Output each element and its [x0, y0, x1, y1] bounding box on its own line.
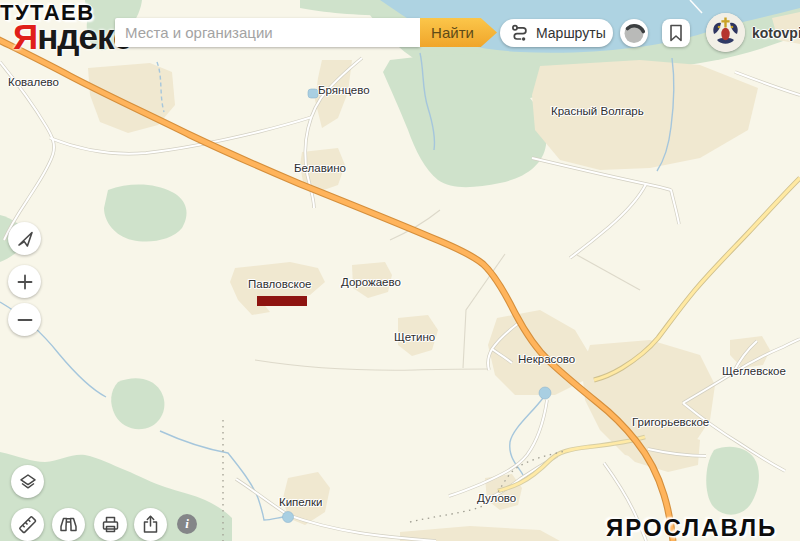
- share-icon: [140, 514, 161, 535]
- user-account-chip[interactable]: kotovpist: [706, 13, 800, 52]
- panorama-button[interactable]: [620, 19, 648, 47]
- zoom-in-icon: [16, 273, 34, 291]
- routes-button[interactable]: Маршруты: [500, 19, 613, 47]
- search-box: [115, 18, 420, 47]
- panorama-icon: [622, 21, 646, 45]
- place-label-shcheglevskoye: Щеглевское: [722, 365, 786, 377]
- routes-label: Маршруты: [536, 25, 606, 41]
- map-canvas[interactable]: [0, 0, 800, 541]
- yandex-maps-app: Ковалево Брянцево Красный Волгарь Белави…: [0, 0, 800, 541]
- share-button[interactable]: [134, 508, 167, 541]
- geolocation-icon: [15, 229, 35, 249]
- place-label-kipelki: Кипелки: [279, 496, 323, 508]
- print-button[interactable]: [94, 508, 127, 541]
- place-label-dorozhayevo: Дорожаево: [341, 276, 401, 288]
- place-label-pavlovskoye: Павловское: [248, 278, 311, 290]
- info-icon: i: [185, 516, 189, 532]
- routes-icon: [510, 23, 530, 43]
- place-label-krasny-volgar: Красный Волгарь: [551, 105, 644, 117]
- layers-button[interactable]: [11, 465, 44, 498]
- yandex-logo-ya: Я: [13, 17, 37, 56]
- place-label-shchetino: Щетино: [394, 331, 435, 343]
- info-button[interactable]: i: [177, 514, 197, 534]
- avatar: [706, 13, 745, 52]
- layers-icon: [18, 472, 38, 492]
- binoculars-button[interactable]: [52, 508, 85, 541]
- geolocation-button[interactable]: [8, 222, 41, 255]
- place-label-bryantsevo: Брянцево: [318, 84, 370, 96]
- city-label-yaroslavl: ЯРОСЛАВЛЬ: [606, 514, 777, 541]
- ruler-icon: [17, 514, 38, 535]
- place-label-belavino: Белавино: [294, 162, 346, 174]
- place-label-nekrasovo: Некрасово: [518, 353, 575, 365]
- ruler-button[interactable]: [11, 508, 44, 541]
- yandex-logo[interactable]: Яндекс: [13, 17, 132, 57]
- username: kotovpist: [752, 25, 800, 41]
- zoom-out-button[interactable]: [8, 303, 41, 336]
- search-input[interactable]: [115, 18, 420, 47]
- place-label-grigoryevskoye: Григорьевское: [632, 416, 709, 428]
- bookmark-button[interactable]: [662, 19, 690, 47]
- print-icon: [100, 514, 121, 535]
- bookmark-icon: [666, 23, 686, 43]
- highlight-marker: [257, 296, 307, 306]
- zoom-in-button[interactable]: [8, 265, 41, 298]
- zoom-out-icon: [16, 311, 34, 329]
- binoculars-icon: [58, 514, 79, 535]
- place-label-kovalevo: Ковалево: [8, 76, 59, 88]
- search-submit-button[interactable]: Найти: [420, 18, 497, 47]
- place-label-dulovo: Дулово: [477, 492, 516, 504]
